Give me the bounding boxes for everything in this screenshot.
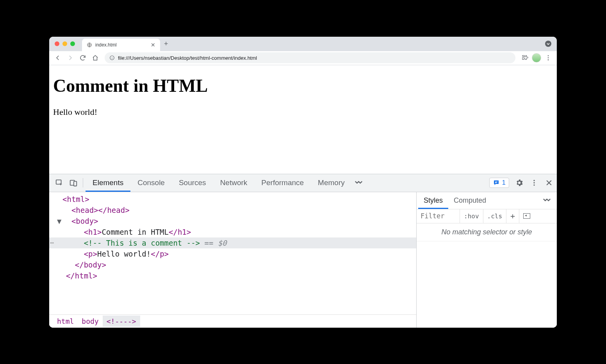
tab-strip: index.html ✕ + <box>49 37 557 51</box>
issues-count: 1 <box>502 179 506 187</box>
devtools-tab-elements[interactable]: Elements <box>86 174 130 192</box>
back-button[interactable] <box>52 52 63 63</box>
globe-icon <box>87 42 92 48</box>
chrome-menu-button[interactable] <box>543 52 554 63</box>
crumb-html[interactable]: html <box>53 316 78 327</box>
styles-toolbar: :hov .cls + <box>417 209 557 223</box>
more-tabs-icon[interactable] <box>352 176 366 190</box>
devtools-tab-network[interactable]: Network <box>213 174 255 192</box>
styles-tab-styles[interactable]: Styles <box>418 192 448 209</box>
devtools-tabbar: Elements Console Sources Network Perform… <box>49 174 557 192</box>
dom-node-selected[interactable]: <!-- This is a comment --> == $0 <box>49 237 416 248</box>
profile-avatar[interactable] <box>532 53 541 62</box>
styles-tab-computed[interactable]: Computed <box>448 192 492 209</box>
minimize-window-button[interactable] <box>62 41 67 46</box>
svg-rect-7 <box>74 181 77 186</box>
reload-button[interactable] <box>77 52 88 63</box>
close-devtools-icon[interactable] <box>544 178 554 187</box>
svg-point-4 <box>548 59 549 61</box>
tab-title: index.html <box>95 42 117 48</box>
extensions-button[interactable] <box>519 52 530 63</box>
new-style-rule-button[interactable]: + <box>506 209 519 223</box>
crumb-body[interactable]: body <box>78 316 102 327</box>
cls-toggle[interactable]: .cls <box>483 209 506 223</box>
styles-filter-input[interactable] <box>417 209 460 223</box>
dom-node[interactable]: <html> <box>62 195 89 203</box>
page-heading: Comment in HTML <box>53 75 553 96</box>
close-tab-button[interactable]: ✕ <box>151 42 155 48</box>
maximize-window-button[interactable] <box>70 41 75 46</box>
inspect-element-icon[interactable] <box>52 176 66 190</box>
devtools-tab-memory[interactable]: Memory <box>311 174 352 192</box>
device-toolbar-icon[interactable] <box>66 176 80 190</box>
computed-toggle-icon[interactable] <box>519 209 534 223</box>
dom-node[interactable]: <p> <box>84 250 97 258</box>
settings-icon[interactable] <box>515 178 524 187</box>
browser-toolbar: file:///Users/nsebastian/Desktop/test/ht… <box>49 51 557 65</box>
svg-point-12 <box>533 184 535 186</box>
page-paragraph: Hello world! <box>53 107 553 117</box>
crumb-comment[interactable]: <!--​--> <box>103 316 140 327</box>
url-text: file:///Users/nsebastian/Desktop/test/ht… <box>118 55 257 61</box>
window-controls <box>55 41 75 46</box>
svg-point-3 <box>548 57 549 59</box>
browser-window: index.html ✕ + file:///Users/nsebastian/… <box>49 37 557 328</box>
no-match-message: No matching selector or style <box>417 223 557 241</box>
devtools-tab-sources[interactable]: Sources <box>172 174 213 192</box>
more-styles-tabs-icon[interactable] <box>539 198 555 203</box>
devtools-panel: Elements Console Sources Network Perform… <box>49 174 557 328</box>
svg-rect-9 <box>495 182 497 183</box>
devtools-tab-performance[interactable]: Performance <box>254 174 311 192</box>
dom-node[interactable]: </body> <box>75 261 106 269</box>
browser-tab[interactable]: index.html ✕ <box>82 39 160 51</box>
devtools-menu-icon[interactable] <box>529 178 539 187</box>
dom-node[interactable]: </html> <box>66 271 97 280</box>
issues-chip[interactable]: 1 <box>489 178 509 188</box>
svg-point-11 <box>533 182 535 183</box>
devtools-tab-console[interactable]: Console <box>130 174 172 192</box>
svg-point-10 <box>533 180 535 181</box>
hov-toggle[interactable]: :hov <box>460 209 483 223</box>
site-info-icon[interactable] <box>109 55 115 61</box>
devtools-panels: <html> <head></head> ▼ <body> <h1>Commen… <box>49 192 557 328</box>
styles-sidebar: Styles Computed :hov .cls + No matching … <box>416 192 557 328</box>
close-window-button[interactable] <box>55 41 59 46</box>
styles-tabbar: Styles Computed <box>417 192 557 209</box>
dom-node[interactable]: <h1> <box>84 228 102 236</box>
elements-panel: <html> <head></head> ▼ <body> <h1>Commen… <box>49 192 416 328</box>
forward-button[interactable] <box>65 52 76 63</box>
tab-search-button[interactable] <box>545 41 551 47</box>
page-viewport: Comment in HTML Hello world! <box>49 65 557 174</box>
home-button[interactable] <box>90 52 101 63</box>
dom-node[interactable]: <head></head> <box>71 206 130 214</box>
new-tab-button[interactable]: + <box>164 40 168 47</box>
address-bar[interactable]: file:///Users/nsebastian/Desktop/test/ht… <box>105 52 515 63</box>
svg-rect-8 <box>495 182 497 182</box>
dom-node[interactable]: <body> <box>71 217 98 225</box>
svg-point-2 <box>548 55 549 56</box>
dom-tree[interactable]: <html> <head></head> ▼ <body> <h1>Commen… <box>49 192 416 314</box>
breadcrumb: html body <!--​--> <box>49 314 416 328</box>
